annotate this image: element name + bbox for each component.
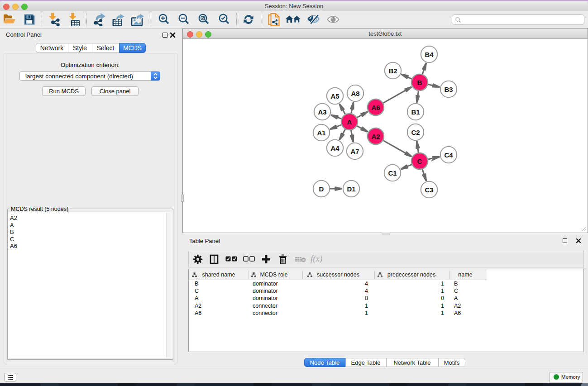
svg-text:B: B: [417, 79, 422, 86]
svg-text:C3: C3: [425, 186, 433, 194]
svg-text:C2: C2: [411, 129, 420, 136]
svg-text:A3: A3: [318, 108, 326, 116]
svg-text:B1: B1: [411, 108, 420, 116]
svg-text:A8: A8: [351, 90, 359, 97]
svg-text:C1: C1: [388, 169, 397, 177]
svg-text:D: D: [319, 185, 324, 193]
svg-text:B3: B3: [444, 86, 453, 93]
svg-text:C4: C4: [444, 151, 453, 159]
svg-text:A4: A4: [330, 144, 339, 152]
svg-text:A5: A5: [330, 92, 339, 100]
svg-text:A: A: [347, 118, 352, 126]
svg-text:A1: A1: [317, 129, 325, 137]
svg-text:A7: A7: [350, 148, 359, 155]
svg-text:B2: B2: [388, 67, 397, 75]
svg-text:B4: B4: [425, 51, 434, 58]
svg-text:C: C: [417, 157, 422, 165]
svg-text:A6: A6: [371, 104, 380, 111]
svg-text:D1: D1: [347, 185, 355, 193]
svg-text:A2: A2: [371, 133, 380, 140]
